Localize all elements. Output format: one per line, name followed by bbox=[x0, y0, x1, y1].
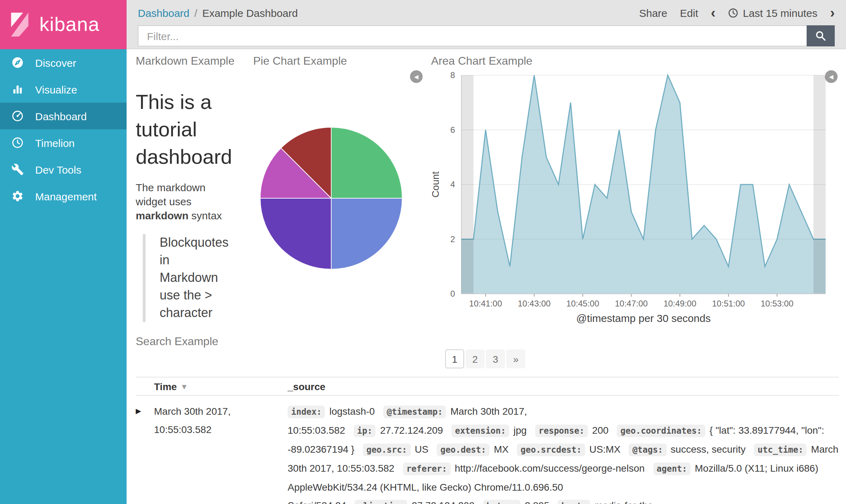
pie-slice-2[interactable] bbox=[331, 198, 402, 269]
field-value: 27.72.124.209 bbox=[412, 500, 475, 504]
field-key: geo.srcdest: bbox=[517, 444, 585, 456]
y-axis-tick-label: 8 bbox=[450, 70, 455, 80]
search-button[interactable] bbox=[807, 25, 835, 46]
sidebar-item-label: Dev Tools bbox=[35, 163, 81, 175]
markdown-paragraph-text: syntax bbox=[188, 209, 222, 221]
sidebar-item-label: Timelion bbox=[35, 137, 75, 149]
field-key: @tags: bbox=[629, 444, 667, 456]
breadcrumb-separator: / bbox=[194, 7, 197, 19]
pagination-page-3-button[interactable]: 3 bbox=[486, 349, 505, 368]
sidebar-item-management[interactable]: Management bbox=[0, 183, 127, 209]
global-actions: Share Edit ‹ Last 15 minutes › bbox=[639, 6, 835, 20]
kibana-logo[interactable]: kibana bbox=[0, 0, 127, 49]
y-axis-tick-label: 4 bbox=[450, 180, 455, 189]
sidebar-item-label: Visualize bbox=[35, 83, 77, 95]
sidebar: kibana DiscoverVisualizeDashboardTimelio… bbox=[0, 0, 127, 504]
sidebar-item-discover[interactable]: Discover bbox=[0, 49, 127, 76]
field-key: @timestamp: bbox=[383, 406, 446, 418]
x-axis-tick-label: 10:45:00 bbox=[566, 299, 599, 308]
breadcrumb: Dashboard / Example Dashboard bbox=[138, 7, 298, 19]
table-header-time[interactable]: Time ▼ bbox=[154, 381, 288, 392]
sidebar-item-label: Discover bbox=[35, 57, 76, 69]
filter-input[interactable] bbox=[138, 25, 807, 46]
time-forward-button[interactable]: › bbox=[830, 6, 835, 20]
search-results-table: Time ▼ _source ▶March 30th 2017, 10:55:0… bbox=[136, 377, 839, 504]
x-axis-tick-label: 10:43:00 bbox=[518, 299, 550, 308]
pie-panel-title: Pie Chart Example bbox=[253, 55, 347, 67]
field-value: US bbox=[415, 444, 429, 455]
time-back-button[interactable]: ‹ bbox=[711, 6, 716, 20]
x-axis-tick-label: 10:53:00 bbox=[761, 299, 793, 308]
markdown-heading: This is a tutorial dashboard bbox=[136, 89, 259, 171]
field-key: bytes: bbox=[483, 500, 521, 504]
field-key: index: bbox=[288, 406, 325, 418]
markdown-panel-title: Markdown Example bbox=[136, 55, 235, 67]
kibana-logo-icon bbox=[8, 11, 32, 38]
field-key: ip: bbox=[354, 425, 376, 437]
markdown-paragraph-bold: markdown bbox=[136, 209, 188, 221]
pie-slice-1[interactable] bbox=[331, 127, 402, 198]
chart-endzone-right bbox=[813, 75, 826, 294]
clock-icon bbox=[11, 136, 25, 150]
sidebar-item-visualize[interactable]: Visualize bbox=[0, 76, 127, 103]
sidebar-item-dashboard[interactable]: Dashboard bbox=[0, 103, 127, 129]
search-table-body: ▶March 30th 2017, 10:55:03.582index:logs… bbox=[136, 396, 839, 504]
table-row: ▶March 30th 2017, 10:55:03.582index:logs… bbox=[136, 396, 839, 504]
gear-icon bbox=[11, 189, 25, 203]
breadcrumb-dashboard-link[interactable]: Dashboard bbox=[138, 7, 190, 19]
row-source: index:logstash-0@timestamp:March 30th 20… bbox=[288, 402, 839, 504]
top-header: Dashboard / Example Dashboard Share Edit… bbox=[127, 0, 846, 49]
field-value: jpg bbox=[513, 425, 526, 436]
search-pagination: 123» bbox=[288, 349, 682, 368]
pagination-page-1-button[interactable]: 1 bbox=[445, 349, 464, 368]
field-value: US:MX bbox=[589, 444, 621, 455]
x-axis-tick-label: 10:41:00 bbox=[469, 299, 502, 308]
wrench-icon bbox=[11, 162, 25, 176]
edit-button[interactable]: Edit bbox=[680, 7, 698, 19]
time-range-label: Last 15 minutes bbox=[743, 7, 818, 19]
y-axis-tick-label: 2 bbox=[450, 234, 455, 244]
markdown-panel: This is a tutorial dashboard The markdow… bbox=[136, 89, 259, 322]
query-bar bbox=[132, 25, 840, 46]
markdown-paragraph-text: The markdown widget uses bbox=[136, 181, 205, 207]
pagination-page-2-button[interactable]: 2 bbox=[466, 349, 485, 368]
bar-chart-icon bbox=[11, 82, 25, 96]
field-key: clientip: bbox=[355, 500, 408, 504]
breadcrumb-row: Dashboard / Example Dashboard Share Edit… bbox=[132, 3, 840, 22]
y-axis-tick-label: 6 bbox=[450, 125, 455, 135]
sidebar-item-dev-tools[interactable]: Dev Tools bbox=[0, 156, 127, 183]
field-key: utc_time: bbox=[754, 444, 807, 456]
expand-row-button[interactable]: ▶ bbox=[136, 402, 154, 415]
time-column-label: Time bbox=[154, 381, 177, 392]
pie-chart bbox=[259, 126, 404, 271]
pie-panel-collapse-button[interactable]: ◀ bbox=[410, 70, 423, 83]
field-value: http://facebook.com/success/george-nelso… bbox=[455, 463, 645, 474]
x-axis-title: @timestamp per 30 seconds bbox=[576, 312, 711, 324]
field-key: host: bbox=[558, 500, 590, 504]
sidebar-item-label: Management bbox=[35, 190, 97, 202]
area-panel-title: Area Chart Example bbox=[431, 55, 532, 67]
gauge-icon bbox=[11, 109, 25, 123]
field-key: extension: bbox=[451, 425, 509, 437]
pagination-next-button[interactable]: » bbox=[506, 349, 525, 368]
main-area: Dashboard / Example Dashboard Share Edit… bbox=[127, 0, 846, 504]
markdown-blockquote: Blockquotes in Markdown use the > charac… bbox=[143, 234, 214, 322]
y-axis-tick-label: 0 bbox=[450, 289, 455, 298]
markdown-paragraph: The markdown widget uses markdown syntax bbox=[136, 181, 234, 223]
chart-endzone-left bbox=[461, 75, 474, 294]
pie-slice-3[interactable] bbox=[260, 198, 331, 269]
sort-desc-icon: ▼ bbox=[180, 382, 188, 390]
x-axis-tick-label: 10:47:00 bbox=[615, 299, 648, 308]
search-icon bbox=[815, 30, 826, 41]
share-button[interactable]: Share bbox=[639, 7, 667, 19]
kibana-wordmark: kibana bbox=[39, 13, 100, 36]
table-header-row: Time ▼ _source bbox=[136, 377, 839, 396]
sidebar-nav: DiscoverVisualizeDashboardTimelionDev To… bbox=[0, 49, 127, 209]
time-picker-button[interactable]: Last 15 minutes bbox=[728, 7, 818, 19]
field-value: 27.72.124.209 bbox=[380, 425, 443, 436]
sidebar-item-timelion[interactable]: Timelion bbox=[0, 129, 127, 156]
row-time: March 30th 2017, 10:55:03.582 bbox=[154, 402, 288, 439]
field-value: success, security bbox=[671, 444, 745, 455]
breadcrumb-current: Example Dashboard bbox=[202, 7, 298, 19]
field-value: 200 bbox=[592, 425, 609, 436]
